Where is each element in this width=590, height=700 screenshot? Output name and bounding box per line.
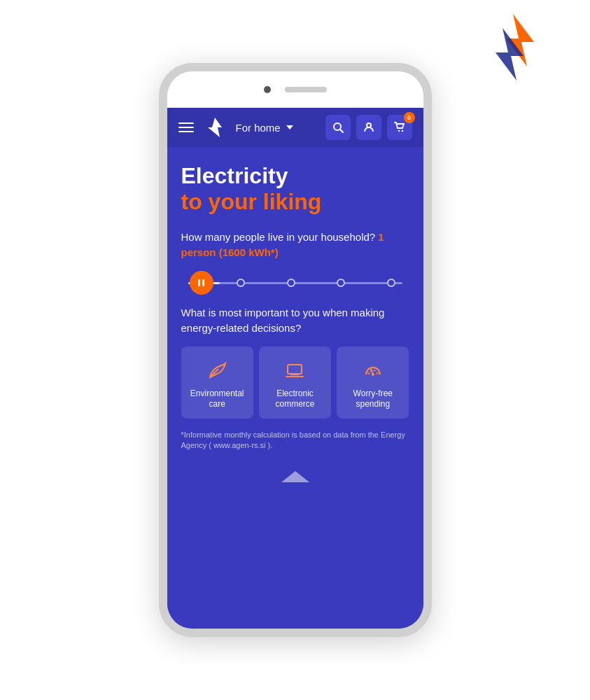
hero-title-orange: to your liking <box>181 188 409 215</box>
svg-rect-9 <box>288 365 302 374</box>
svg-line-4 <box>340 130 343 132</box>
svg-point-15 <box>377 372 379 374</box>
slider-dot-2 <box>237 279 245 287</box>
slider-container[interactable] <box>181 275 409 291</box>
question1-text: How many people live in your household? … <box>181 230 409 261</box>
cart-badge: 0 <box>404 112 415 123</box>
choice-card-environmental[interactable]: Environmental care <box>181 346 253 419</box>
svg-point-14 <box>366 372 368 374</box>
slider-dot-5 <box>387 279 395 287</box>
svg-point-7 <box>401 130 402 132</box>
card-label-environmental: Environmental care <box>187 388 248 410</box>
chevron-down-icon <box>286 125 293 130</box>
phone-screen: For home <box>167 108 423 629</box>
choice-card-worry[interactable]: Worry-free spending <box>337 346 409 419</box>
question1-label: How many people live in your household? <box>181 231 376 243</box>
hero-title-white: Electricity <box>181 164 409 188</box>
hamburger-menu-button[interactable] <box>178 122 194 132</box>
leaf-icon <box>204 358 230 383</box>
user-icon <box>363 122 374 133</box>
gauge-icon <box>360 358 386 383</box>
chevron-up-icon <box>281 471 309 482</box>
navbar: For home <box>167 108 423 147</box>
nav-menu-label[interactable]: For home <box>236 122 317 134</box>
for-home-label: For home <box>236 122 281 134</box>
nav-icons: 0 <box>325 115 412 140</box>
bottom-chevron <box>181 463 409 488</box>
card-label-ecommerce: Electronic commerce <box>265 388 325 410</box>
slider-track <box>188 282 402 284</box>
cart-icon <box>394 122 405 133</box>
corner-brand-logo <box>471 7 555 94</box>
screen-content: Electricity to your liking How many peop… <box>167 147 423 629</box>
svg-marker-2 <box>208 118 222 137</box>
slider-dot-3 <box>287 279 295 287</box>
svg-point-13 <box>372 373 374 376</box>
phone-speaker <box>285 87 327 92</box>
choice-cards: Environmental care Electronic commerce <box>181 346 409 419</box>
choice-card-ecommerce[interactable]: Electronic commerce <box>259 346 331 419</box>
card-label-worry: Worry-free spending <box>342 388 403 410</box>
pause-icon <box>198 279 204 286</box>
slider-thumb[interactable] <box>190 271 213 295</box>
phone-shell: For home <box>159 63 432 637</box>
laptop-icon <box>282 358 307 383</box>
slider-dot-4 <box>337 279 345 287</box>
phone-top-bar <box>167 71 423 108</box>
nav-logo <box>202 115 227 140</box>
cart-button[interactable]: 0 <box>387 115 412 140</box>
slider-dots <box>195 279 395 287</box>
svg-point-6 <box>398 130 399 132</box>
page-wrapper: For home <box>0 0 590 700</box>
footnote: *Informative monthly calculation is base… <box>181 430 409 451</box>
account-button[interactable] <box>356 115 381 140</box>
search-icon <box>332 122 344 133</box>
phone-camera <box>264 86 271 93</box>
question2-text: What is most important to you when makin… <box>181 305 409 337</box>
search-button[interactable] <box>325 115 351 140</box>
